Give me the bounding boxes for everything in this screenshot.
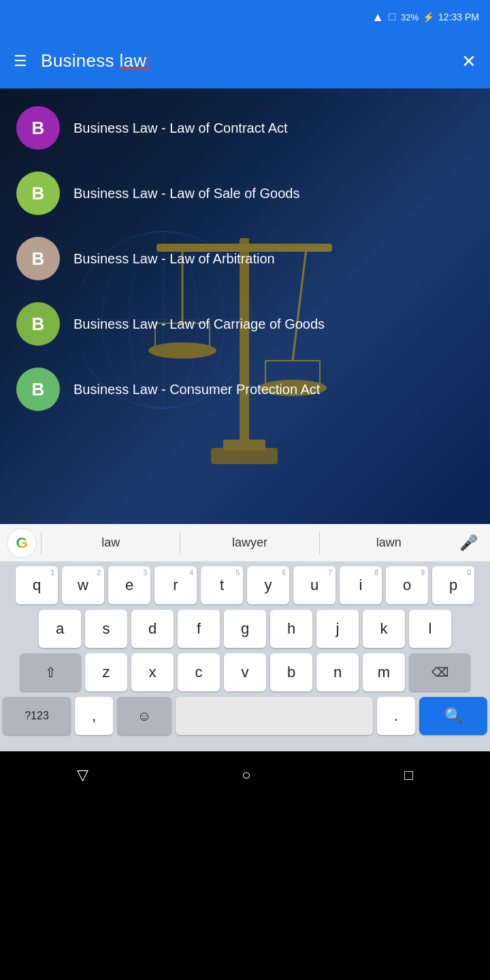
- keyboard-area: G law lawyer lawn 🎤 1q 2w 3e 4r 5t 6y 7u…: [0, 524, 490, 751]
- key-emoji[interactable]: ☺: [117, 697, 172, 735]
- google-logo: G: [7, 528, 37, 558]
- menu-icon[interactable]: ☰: [14, 52, 27, 70]
- main-content: B Business Law - Law of Contract Act B B…: [0, 88, 490, 524]
- recents-nav-icon[interactable]: □: [404, 766, 413, 784]
- key-i[interactable]: 8i: [340, 566, 382, 604]
- result-item-2[interactable]: B Business Law - Law of Sale of Goods: [0, 161, 490, 226]
- status-icons: ▲ ☐ 32% ⚡ 12:33 PM: [372, 10, 479, 24]
- battery-icon: ⚡: [423, 12, 434, 22]
- suggestions-row: G law lawyer lawn 🎤: [0, 524, 490, 562]
- key-comma[interactable]: ,: [75, 697, 113, 735]
- key-a[interactable]: a: [39, 610, 81, 648]
- text-cursor: [147, 53, 148, 72]
- search-bar: ☰ Business law ✕: [0, 34, 490, 88]
- key-l[interactable]: l: [409, 610, 451, 648]
- key-v[interactable]: v: [224, 653, 266, 691]
- results-list: B Business Law - Law of Contract Act B B…: [0, 88, 490, 429]
- key-d[interactable]: d: [131, 610, 174, 648]
- key-w[interactable]: 2w: [62, 566, 104, 604]
- search-text-underlined: law: [119, 50, 146, 71]
- mic-icon[interactable]: 🎤: [454, 534, 483, 552]
- result-item-1[interactable]: B Business Law - Law of Contract Act: [0, 95, 490, 161]
- key-o[interactable]: 9o: [386, 566, 428, 604]
- divider-3: [319, 532, 320, 555]
- result-text-1: Business Law - Law of Contract Act: [74, 119, 288, 137]
- search-text-before: Business: [41, 50, 119, 71]
- key-shift[interactable]: ⇧: [20, 653, 81, 691]
- key-y[interactable]: 6y: [247, 566, 289, 604]
- key-row-3: ⇧ z x c v b n m ⌫: [3, 653, 487, 691]
- key-q[interactable]: 1q: [16, 566, 58, 604]
- keyboard: 1q 2w 3e 4r 5t 6y 7u 8i 9o 0p a s d f g …: [0, 562, 490, 745]
- result-text-3: Business Law - Law of Arbitration: [74, 250, 275, 267]
- key-e[interactable]: 3e: [108, 566, 150, 604]
- battery-level: 32%: [401, 12, 419, 22]
- result-item-3[interactable]: B Business Law - Law of Arbitration: [0, 226, 490, 291]
- key-num-sym[interactable]: ?123: [3, 697, 71, 735]
- key-z[interactable]: z: [85, 653, 127, 691]
- key-c[interactable]: c: [178, 653, 220, 691]
- signal-icon: ☐: [388, 12, 397, 22]
- status-bar: ▲ ☐ 32% ⚡ 12:33 PM: [0, 0, 490, 34]
- nav-bar: ▽ ○ □: [0, 751, 490, 799]
- key-t[interactable]: 5t: [201, 566, 243, 604]
- result-text-5: Business Law - Consumer Protection Act: [74, 380, 320, 398]
- svg-rect-7: [223, 440, 265, 451]
- key-m[interactable]: m: [363, 653, 405, 691]
- key-j[interactable]: j: [316, 610, 359, 648]
- key-space[interactable]: [176, 697, 373, 735]
- key-period[interactable]: .: [377, 697, 415, 735]
- result-item-5[interactable]: B Business Law - Consumer Protection Act: [0, 357, 490, 422]
- time-display: 12:33 PM: [438, 12, 479, 22]
- suggestion-lawyer[interactable]: lawyer: [184, 536, 314, 550]
- avatar-1: B: [16, 106, 60, 150]
- key-n[interactable]: n: [316, 653, 359, 691]
- back-nav-icon[interactable]: ▽: [77, 766, 88, 784]
- result-text-4: Business Law - Law of Carriage of Goods: [74, 315, 325, 333]
- divider-1: [41, 532, 42, 555]
- suggestion-law[interactable]: law: [46, 536, 176, 550]
- wifi-icon: ▲: [372, 10, 384, 24]
- avatar-4: B: [16, 302, 60, 346]
- key-h[interactable]: h: [270, 610, 312, 648]
- key-row-2: a s d f g h j k l: [3, 610, 487, 648]
- divider-2: [180, 532, 180, 555]
- key-b[interactable]: b: [270, 653, 312, 691]
- key-row-bottom: ?123 , ☺ . 🔍: [3, 697, 487, 735]
- key-f[interactable]: f: [178, 610, 220, 648]
- key-g[interactable]: g: [224, 610, 266, 648]
- result-item-4[interactable]: B Business Law - Law of Carriage of Good…: [0, 291, 490, 357]
- key-k[interactable]: k: [363, 610, 405, 648]
- key-delete[interactable]: ⌫: [409, 653, 470, 691]
- key-search[interactable]: 🔍: [419, 697, 487, 735]
- avatar-3: B: [16, 237, 60, 280]
- key-u[interactable]: 7u: [293, 566, 336, 604]
- avatar-5: B: [16, 368, 60, 411]
- key-p[interactable]: 0p: [432, 566, 474, 604]
- result-text-2: Business Law - Law of Sale of Goods: [74, 184, 299, 202]
- key-row-1: 1q 2w 3e 4r 5t 6y 7u 8i 9o 0p: [3, 566, 487, 604]
- key-x[interactable]: x: [131, 653, 174, 691]
- search-input[interactable]: Business law: [41, 50, 448, 71]
- google-g: G: [16, 534, 27, 552]
- avatar-2: B: [16, 172, 60, 215]
- key-s[interactable]: s: [85, 610, 127, 648]
- home-nav-icon[interactable]: ○: [242, 766, 250, 784]
- key-r[interactable]: 4r: [154, 566, 197, 604]
- search-text: Business law: [41, 50, 148, 71]
- suggestion-lawn[interactable]: lawn: [324, 536, 454, 550]
- close-button[interactable]: ✕: [461, 51, 476, 72]
